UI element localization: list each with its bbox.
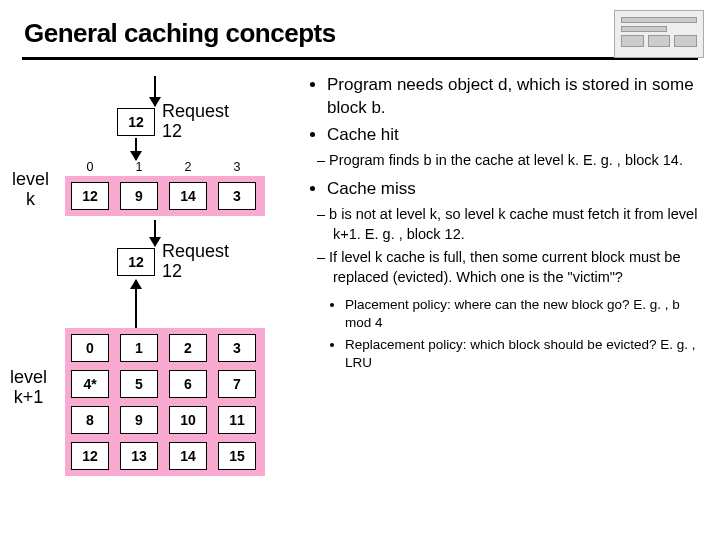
mem-cell: 15 [218, 442, 256, 470]
mem-cell: 13 [120, 442, 158, 470]
mem-cell: 3 [218, 334, 256, 362]
request-label-mid: Request 12 [162, 242, 229, 282]
page-title: General caching concepts [0, 0, 720, 57]
mem-cell: 6 [169, 370, 207, 398]
request-block-mid: 12 [117, 248, 155, 276]
cache-cell: 9 [120, 182, 158, 210]
bullet-2-sub: Program finds b in the cache at level k.… [333, 151, 704, 171]
mem-cell: 2 [169, 334, 207, 362]
level-k1-label: level k+1 [10, 368, 47, 408]
cache-cell: 14 [169, 182, 207, 210]
request-block-top: 12 [117, 108, 155, 136]
bullet-3-sub2: If level k cache is full, then some curr… [333, 248, 704, 287]
cache-cell: 3 [218, 182, 256, 210]
col-header: 2 [169, 160, 207, 174]
mem-cell: 5 [120, 370, 158, 398]
mem-cell: 11 [218, 406, 256, 434]
arrow-down-icon [154, 220, 156, 246]
mem-cell: 10 [169, 406, 207, 434]
bullet-3-sub2b: Replacement policy: which block should b… [345, 336, 704, 372]
bullet-area: Program needs object d, which is stored … [305, 72, 704, 512]
arrow-down-icon [135, 138, 137, 160]
cache-cell: 12 [71, 182, 109, 210]
bullet-3-sub1: b is not at level k, so level k cache mu… [333, 205, 704, 244]
request-label-top: Request 12 [162, 102, 229, 142]
col-header: 1 [120, 160, 158, 174]
mem-cell: 12 [71, 442, 109, 470]
diagram-area: 12 Request 12 level k 0 1 2 3 12 9 14 3 … [10, 72, 305, 512]
mem-cell: 4* [71, 370, 109, 398]
col-header: 3 [218, 160, 256, 174]
mem-cell: 7 [218, 370, 256, 398]
arrow-down-icon [154, 76, 156, 106]
bullet-1: Program needs object d, which is stored … [327, 74, 704, 120]
mem-cell: 9 [120, 406, 158, 434]
mem-cell: 14 [169, 442, 207, 470]
mem-cell: 8 [71, 406, 109, 434]
mem-cell: 0 [71, 334, 109, 362]
bullet-3-sub2a: Placement policy: where can the new bloc… [345, 296, 704, 332]
mem-cell: 1 [120, 334, 158, 362]
bullet-2: Cache hit [327, 124, 704, 147]
slide-thumbnail-icon [614, 10, 704, 58]
level-k-label: level k [12, 170, 49, 210]
bullet-3: Cache miss [327, 178, 704, 201]
col-header: 0 [71, 160, 109, 174]
arrow-up-icon [135, 280, 137, 332]
